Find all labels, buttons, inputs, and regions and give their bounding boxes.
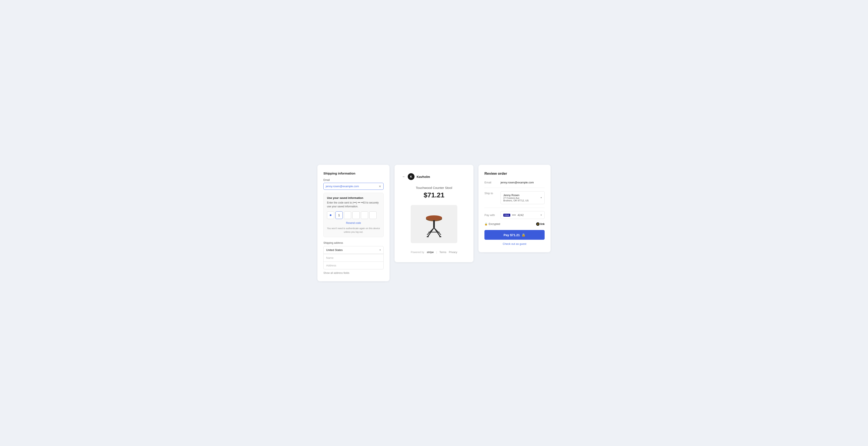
encrypted-label: 🔒 Encrypted: [485, 223, 500, 226]
review-email-row: Email jenny.rosen@example.com: [485, 181, 545, 184]
link-text: link: [540, 223, 545, 226]
pay-with-row: Pay with VISA •••• 4242 ▾: [485, 211, 545, 219]
link-logo: ⚡ link: [536, 222, 545, 226]
svg-point-9: [427, 236, 429, 237]
code-input-group: 1: [327, 211, 380, 219]
email-label: Email: [323, 179, 383, 182]
review-panel: Review order Email jenny.rosen@example.c…: [478, 165, 551, 252]
name-field[interactable]: Name: [323, 254, 383, 262]
svg-rect-3: [433, 220, 435, 228]
visa-badge: VISA: [503, 214, 510, 217]
pay-button[interactable]: Pay $71.21 🔒: [485, 230, 545, 240]
privacy-link[interactable]: Privacy: [449, 251, 457, 254]
svg-point-2: [426, 215, 442, 220]
product-image: [411, 205, 457, 243]
payment-method-select[interactable]: VISA •••• 4242 ▾: [500, 211, 545, 219]
address-placeholder: Address: [326, 264, 336, 267]
middle-footer: Powered by stripe | Terms Privacy: [411, 251, 457, 254]
code-cell-5[interactable]: [369, 211, 377, 219]
svg-line-6: [427, 228, 434, 235]
link-circle-icon: ⚡: [536, 222, 539, 226]
ship-to-name: Jenny Rosen: [503, 194, 528, 197]
powered-by-text: Powered by: [411, 251, 424, 254]
review-title: Review order: [485, 171, 545, 176]
name-placeholder: Name: [326, 256, 334, 259]
lock-icon: 🔒: [485, 223, 488, 226]
ship-to-address-2: Brothers, OR 97712, US: [503, 199, 528, 202]
shipping-address-label: Shipping address: [323, 242, 383, 244]
payment-chevron-icon: ▾: [540, 214, 542, 217]
product-panel: ← K Kavholm Touchwood Counter Stool $71.…: [395, 165, 473, 262]
svg-point-10: [439, 236, 441, 237]
shipping-address-section: Shipping address United States ▾ Name Ad…: [323, 242, 383, 275]
stripe-logo: stripe: [427, 251, 434, 254]
product-name: Touchwood Counter Stool: [416, 186, 452, 190]
resend-code-link[interactable]: Resend code: [327, 222, 380, 224]
shipping-title: Shipping information: [323, 171, 383, 175]
divider-1: [485, 188, 545, 188]
footer-separator: |: [436, 251, 437, 254]
terms-link[interactable]: Terms: [439, 251, 446, 254]
email-display: jenny.rosen@example.com: [326, 185, 379, 188]
merchant-logo: K: [408, 173, 414, 180]
payment-method-info: VISA •••• 4242: [503, 214, 524, 217]
code-dot: [330, 214, 332, 216]
card-last4: 4242: [518, 214, 524, 217]
show-all-address-link[interactable]: Show all address fields: [323, 272, 383, 275]
no-auth-note: You won't need to authenticate again on …: [327, 227, 380, 233]
saved-info-title: Use your saved information: [327, 196, 380, 199]
pay-button-label: Pay $71.21: [503, 233, 520, 237]
code-cell-0[interactable]: [327, 211, 334, 219]
pay-with-value-block: VISA •••• 4242 ▾: [500, 211, 545, 219]
product-price: $71.21: [424, 191, 444, 199]
shipping-panel: Shipping information Email jenny.rosen@e…: [317, 165, 390, 281]
saved-info-description: Enter the code sent to (•••) ••• ••63 to…: [327, 201, 380, 209]
svg-line-7: [434, 228, 441, 235]
review-email-label: Email: [485, 181, 497, 184]
saved-info-box: Use your saved information Enter the cod…: [323, 193, 383, 237]
review-email-value-block: jenny.rosen@example.com: [500, 181, 545, 184]
ship-to-select[interactable]: Jenny Rosen 27 Fredrick Ave Brothers, OR…: [500, 191, 545, 204]
card-dots: ••••: [512, 214, 516, 217]
review-ship-label: Ship to: [485, 191, 497, 195]
code-cell-3[interactable]: [352, 211, 360, 219]
merchant-name: Kavholm: [416, 175, 430, 179]
code-cell-4[interactable]: [361, 211, 368, 219]
back-arrow-icon[interactable]: ←: [402, 175, 406, 179]
encrypted-row: 🔒 Encrypted ⚡ link: [485, 222, 545, 226]
code-cell-2[interactable]: [344, 211, 351, 219]
divider-2: [485, 208, 545, 208]
review-ship-row: Ship to Jenny Rosen 27 Fredrick Ave Brot…: [485, 191, 545, 204]
stool-illustration: [421, 209, 447, 239]
pay-lock-icon: 🔒: [522, 233, 526, 237]
merchant-header: ← K Kavholm: [402, 173, 430, 180]
address-field[interactable]: Address: [323, 262, 383, 269]
country-name: United States: [326, 248, 343, 252]
review-ship-value-block: Jenny Rosen 27 Fredrick Ave Brothers, OR…: [500, 191, 545, 204]
review-email-value: jenny.rosen@example.com: [500, 181, 534, 184]
close-icon[interactable]: ✕: [379, 185, 381, 188]
ship-to-chevron-icon: ▾: [540, 196, 542, 199]
encrypted-text: Encrypted: [489, 223, 500, 226]
email-input-row[interactable]: jenny.rosen@example.com ✕: [323, 183, 383, 190]
pay-with-label: Pay with: [485, 214, 497, 217]
ship-to-info: Jenny Rosen 27 Fredrick Ave Brothers, OR…: [503, 194, 528, 202]
guest-checkout-link[interactable]: Check out as guest: [485, 242, 545, 246]
code-cell-1[interactable]: 1: [336, 211, 343, 219]
chevron-down-icon: ▾: [379, 249, 381, 251]
ship-to-address-1: 27 Fredrick Ave: [503, 197, 528, 199]
country-select[interactable]: United States ▾: [323, 246, 383, 254]
